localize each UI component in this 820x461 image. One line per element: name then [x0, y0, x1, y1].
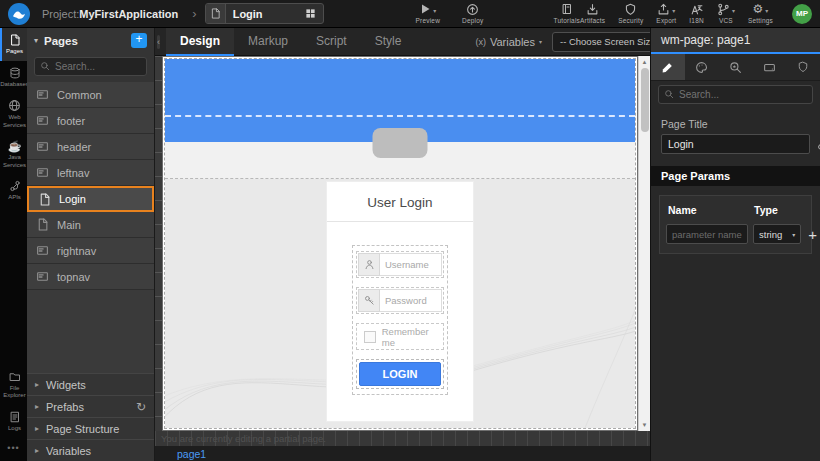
page-list-item-footer[interactable]: footer	[27, 108, 154, 134]
export-button[interactable]: ▾ Export	[656, 3, 676, 24]
tab-styles[interactable]	[685, 54, 719, 80]
logs-icon	[9, 411, 21, 423]
password-row[interactable]	[356, 287, 444, 314]
page-list-item-header[interactable]: header	[27, 134, 154, 160]
page-list-item-login-selected[interactable]: Login	[27, 186, 154, 212]
vcs-dropdown-chevron-icon[interactable]: ▾	[732, 7, 735, 14]
page-list-item-main[interactable]: Main	[27, 212, 154, 238]
preview-button[interactable]: ▾ Preview	[416, 3, 441, 24]
settings-dropdown-chevron-icon[interactable]: ▾	[765, 7, 768, 14]
type-column-header: Type	[754, 204, 778, 216]
tab-device[interactable]	[752, 54, 786, 80]
deploy-button[interactable]: Deploy	[462, 3, 483, 24]
partial-icon	[36, 88, 49, 101]
variables-dropdown[interactable]: (x) Variables ▾	[475, 36, 542, 48]
tab-design[interactable]: Design	[166, 28, 234, 56]
tab-security[interactable]	[786, 54, 820, 80]
rail-more-icon[interactable]: •••	[0, 437, 27, 461]
i18n-button[interactable]: I18N	[689, 3, 704, 24]
rail-item-apis[interactable]: APIs	[0, 174, 27, 207]
rail-item-web-services[interactable]: Web Services	[0, 93, 27, 134]
tab-advanced-search[interactable]	[719, 54, 753, 80]
page-content-area[interactable]: User Login	[165, 179, 635, 428]
scrollbar-thumb[interactable]	[641, 68, 649, 132]
page-list-item-topnav[interactable]: topnav	[27, 264, 154, 290]
user-avatar[interactable]: MP	[792, 4, 812, 24]
login-form[interactable]: Remember me LOGIN	[352, 245, 448, 395]
page-title-input[interactable]	[661, 134, 810, 154]
add-param-button[interactable]: +	[806, 226, 819, 243]
partial-icon	[36, 114, 49, 127]
wavemaker-studio: Project:MyFirstApplication › Login ▾ Pre…	[0, 0, 820, 461]
selected-widget-title: wm-page: page1	[661, 33, 750, 47]
vcs-branch-icon	[717, 3, 730, 16]
add-page-button[interactable]: +	[131, 33, 147, 48]
canvas-page: User Login	[164, 58, 636, 429]
page-item-label: leftnav	[57, 167, 89, 179]
section-widgets[interactable]: ▸ Widgets	[27, 373, 154, 395]
settings-label: Settings	[748, 17, 773, 24]
scroll-up-arrow-icon[interactable]: ▲	[642, 56, 648, 68]
section-page-structure[interactable]: ▸ Page Structure	[27, 417, 154, 439]
properties-tabs	[651, 54, 820, 81]
logo-placeholder-block[interactable]	[373, 128, 428, 158]
security-label: Security	[618, 17, 643, 24]
section-variables[interactable]: ▸ Variables	[27, 439, 154, 461]
tab-style[interactable]: Style	[361, 28, 416, 56]
pages-panel-header: ▾ Pages +	[27, 28, 154, 53]
remember-me-checkbox[interactable]	[364, 331, 376, 343]
page-list-item-rightnav[interactable]: rightnav	[27, 238, 154, 264]
layout-grid-icon[interactable]	[299, 4, 323, 23]
preview-dropdown-chevron-icon[interactable]: ▾	[433, 7, 436, 14]
rail-item-java-services[interactable]: ☕ Java Services	[0, 134, 27, 174]
variables-icon: (x)	[475, 37, 486, 47]
export-dropdown-chevron-icon[interactable]: ▾	[672, 7, 675, 14]
pages-search-input[interactable]	[34, 57, 147, 76]
bottom-page-tab[interactable]: page1	[155, 448, 206, 460]
page-icon	[38, 193, 51, 206]
remember-me-label: Remember me	[382, 326, 443, 348]
rail-item-logs[interactable]: Logs	[0, 405, 27, 438]
settings-button[interactable]: ⚙▾ Settings	[748, 3, 773, 24]
main-area: Pages Databases Web Services ☕ Java Serv…	[0, 28, 820, 461]
login-panel[interactable]: User Login	[326, 181, 474, 422]
project-label: Project:	[42, 8, 79, 20]
param-type-select[interactable]: string ▾	[753, 224, 801, 244]
rail-item-file-explorer[interactable]: File Explorer	[0, 365, 27, 405]
username-input[interactable]	[380, 253, 442, 276]
remember-me-row[interactable]: Remember me	[356, 323, 444, 350]
canvas-scrollbar[interactable]: ▲ ▼	[638, 56, 650, 431]
tab-script[interactable]: Script	[302, 28, 361, 56]
page-list-item-leftnav[interactable]: leftnav	[27, 160, 154, 186]
artifacts-button[interactable]: Artifacts	[580, 3, 605, 24]
preview-label: Preview	[416, 17, 441, 24]
section-prefabs[interactable]: ▸ Prefabs ↻	[27, 395, 154, 417]
open-page-tab[interactable]: Login	[205, 3, 324, 24]
status-message: You are currently editing a partial page…	[161, 433, 326, 444]
password-input[interactable]	[380, 289, 442, 312]
param-name-input[interactable]	[666, 224, 748, 244]
scroll-down-arrow-icon[interactable]: ▼	[642, 419, 648, 431]
login-submit-button[interactable]: LOGIN	[359, 362, 441, 386]
rail-item-pages[interactable]: Pages	[0, 28, 27, 61]
deploy-icon	[466, 3, 479, 16]
refresh-icon[interactable]: ↻	[136, 400, 146, 414]
security-button[interactable]: Security	[618, 3, 643, 24]
page-item-label: Common	[57, 89, 102, 101]
page-list-item-common[interactable]: Common	[27, 82, 154, 108]
pages-collapse-caret-icon[interactable]: ▾	[34, 36, 38, 45]
coffee-icon: ☕	[8, 140, 22, 152]
tutorials-button[interactable]: Tutorials	[554, 3, 580, 24]
tab-markup[interactable]: Markup	[234, 28, 302, 56]
page-header-block[interactable]	[165, 59, 635, 117]
vcs-button[interactable]: ▾ VCS	[717, 3, 735, 24]
rail-label: File Explorer	[3, 385, 26, 400]
wavemaker-logo[interactable]	[8, 3, 30, 25]
properties-search-input[interactable]	[658, 85, 813, 104]
username-row[interactable]	[356, 251, 444, 278]
bind-link-icon[interactable]	[816, 138, 820, 151]
rail-item-databases[interactable]: Databases	[0, 61, 27, 94]
tab-properties[interactable]	[651, 54, 685, 80]
collapse-left-panel-icon[interactable]: ‹	[157, 35, 160, 49]
design-canvas[interactable]: User Login	[162, 56, 638, 431]
